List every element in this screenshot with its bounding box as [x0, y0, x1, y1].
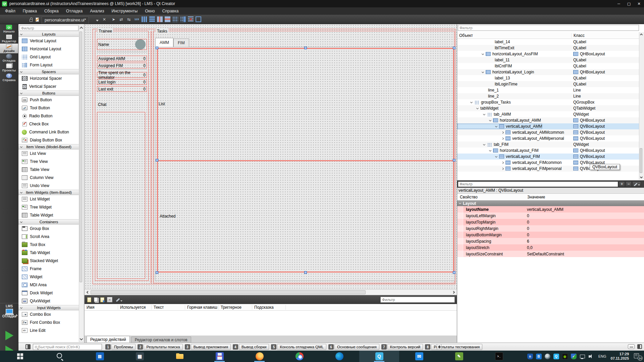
toggle-right-sidebar-icon[interactable] — [637, 344, 642, 349]
output-panel-button[interactable]: 5 Консоль отладчика QML — [271, 344, 326, 350]
object-tree-row[interactable]: verticalLayout_AMM QVBoxLayout — [457, 123, 639, 129]
close-button[interactable]: ✕ — [634, 0, 644, 7]
widget-box-item[interactable]: Column View — [18, 174, 79, 182]
widget-box-item[interactable]: Spacers — [18, 69, 79, 74]
tree-expander-icon[interactable] — [476, 107, 479, 109]
object-tree-row[interactable]: horizontalLayout_AMM QHBoxLayout — [457, 117, 639, 123]
object-column-header[interactable]: Объект — [457, 33, 571, 38]
break-layout-icon[interactable]: ✕ — [188, 16, 194, 22]
stat-row[interactable]: Last exit 0 — [97, 86, 147, 92]
terminal-icon[interactable]: >_ — [479, 351, 519, 362]
property-row[interactable]: layoutBottomMargin 0 — [457, 232, 644, 238]
widget-box-item[interactable]: Containers — [18, 219, 79, 225]
bluetooth-tray-icon[interactable]: B — [536, 354, 542, 359]
object-tree-row[interactable]: verticalLayout_AMMcommon QVBoxLayout — [457, 129, 639, 135]
editor-horizontal-scrollbar[interactable] — [85, 289, 457, 295]
property-row[interactable]: layoutStretch 0,0 — [457, 244, 644, 251]
property-row[interactable]: layoutName verticalLayout_AMM — [457, 206, 644, 213]
mode-debug[interactable]: Отладка — [0, 53, 18, 63]
chat-area[interactable] — [97, 112, 145, 279]
widget-box-item[interactable]: Push Button — [18, 96, 79, 104]
widget-box-item[interactable]: Table Widget — [18, 211, 79, 219]
name-row[interactable]: Name — [97, 39, 147, 50]
object-tree-row[interactable]: tabWidget QTabWidget — [457, 105, 639, 111]
widget-box-item[interactable]: Dock Widget — [18, 289, 79, 297]
widget-box-item[interactable]: Tool Button — [18, 104, 79, 112]
property-value[interactable]: SetDefaultConstraint — [527, 252, 564, 256]
qt-tray-icon[interactable]: Q — [553, 354, 559, 359]
object-tree-row[interactable]: lblCntFIM QLabel — [457, 63, 639, 69]
widget-box-item[interactable]: Line Edit — [18, 326, 79, 335]
selection-handle[interactable] — [453, 271, 455, 274]
object-tree-row[interactable]: verticalLayout_AMMpersonal QVBoxLayout — [457, 135, 639, 141]
avatar-placeholder[interactable] — [135, 39, 146, 50]
tree-expander-icon[interactable] — [470, 101, 473, 103]
widget-box-item[interactable]: Horizontal Layout — [18, 45, 79, 53]
edit-tab-order-icon[interactable]: 123 — [134, 16, 140, 22]
locator-input[interactable] — [38, 345, 95, 349]
open-document-tab[interactable]: personalcardtrainee.ui* — [42, 16, 89, 24]
section-collapse-icon[interactable] — [459, 202, 461, 204]
document-dropdown-icon[interactable] — [96, 20, 99, 21]
bottom-pane-tab[interactable]: Редактор сигналов и слотов — [131, 337, 191, 343]
widget-box-item[interactable]: Item Views (Model-Based) — [18, 144, 79, 149]
object-tree-row[interactable]: tab_AMM QWidget — [457, 111, 639, 117]
widget-box-item[interactable]: Widget — [18, 273, 79, 281]
action-list-area[interactable] — [85, 311, 457, 336]
kit-selector[interactable]: LMS Отладка — [0, 303, 18, 328]
property-value[interactable]: 0 — [527, 233, 529, 237]
locator-search-box[interactable] — [33, 344, 102, 350]
scroll-up-icon[interactable] — [640, 34, 643, 36]
output-panel-button[interactable]: 1 Проблемы — [105, 344, 136, 350]
object-tree-row[interactable]: lblTimeExit QLabel — [457, 45, 639, 51]
widget-filter-input[interactable] — [19, 25, 78, 31]
widget-box-item[interactable]: Command Link Button — [18, 128, 79, 136]
object-tree-row[interactable]: horizontalLayout_Login QHBoxLayout — [457, 69, 639, 75]
selection-handle[interactable] — [156, 159, 158, 162]
add-dynamic-property-button[interactable]: + — [619, 181, 625, 187]
stat-row[interactable]: Assigned AMM 0 — [97, 56, 147, 61]
chrome-icon[interactable] — [279, 351, 319, 362]
close-document-icon[interactable]: ✕ — [103, 17, 106, 22]
widget-box-item[interactable]: Frame — [18, 265, 79, 273]
output-panel-button[interactable]: 6 Основные сообщения — [328, 344, 379, 350]
object-tree-row[interactable]: label_14 QLabel — [457, 39, 639, 45]
widget-box-item[interactable]: List View — [18, 149, 79, 158]
scroll-down-icon[interactable] — [640, 176, 643, 178]
mode-design[interactable]: Дизайн — [0, 44, 18, 53]
layout-vertically-icon[interactable] — [149, 16, 155, 22]
selection-handle[interactable] — [453, 47, 455, 49]
menu-window[interactable]: Окно — [141, 7, 158, 15]
menu-analyze[interactable]: Анализ — [86, 7, 108, 15]
widget-box-item[interactable]: Tree Widget — [18, 203, 79, 211]
list-label[interactable]: List — [159, 102, 165, 106]
selection-handle[interactable] — [156, 47, 158, 49]
output-panel-button[interactable]: 2 Результаты поиска — [138, 344, 182, 350]
action-column-header[interactable]: Используется — [118, 305, 152, 310]
layout-section-header[interactable]: Layout — [457, 200, 644, 206]
taskbar-clock[interactable]: 17:29 07.11.2025 — [611, 352, 629, 361]
edge-icon[interactable] — [319, 351, 359, 362]
tree-expander-icon[interactable] — [482, 70, 484, 73]
property-filter-input[interactable] — [458, 181, 618, 187]
name-label[interactable]: Name — [98, 42, 109, 47]
tree-expander-icon[interactable] — [483, 113, 485, 115]
calculator-icon[interactable]: ▦ — [120, 351, 160, 362]
property-value[interactable]: 6 — [527, 239, 529, 244]
panel-cycle-buttons[interactable] — [437, 344, 441, 350]
scrollbar-handle[interactable] — [79, 32, 82, 282]
tree-expander-icon[interactable] — [501, 167, 504, 170]
widget-box-item[interactable]: Input Widgets — [18, 305, 79, 310]
trainee-group-box[interactable]: Trainee Name Assigned AMM 0 Assigned FIM… — [95, 31, 149, 281]
maximize-button[interactable]: ▢ — [624, 0, 634, 7]
selected-layout-outline[interactable] — [157, 48, 454, 273]
object-tree-row[interactable]: lblLoginTime QLabel — [457, 81, 639, 87]
widget-box-item[interactable]: Item Widgets (Item-Based) — [18, 190, 79, 195]
configure-actions-icon[interactable] — [115, 297, 122, 302]
layout-horizontally-icon[interactable] — [142, 16, 147, 22]
property-value[interactable]: 0 — [527, 220, 529, 225]
widget-box-item[interactable]: Vertical Spacer — [18, 82, 79, 90]
kit-expand-icon[interactable] — [16, 314, 18, 317]
output-panel-button[interactable]: 3 Вывод приложения — [185, 344, 231, 350]
edit-buddies-icon[interactable]: ⇆ — [126, 16, 132, 22]
